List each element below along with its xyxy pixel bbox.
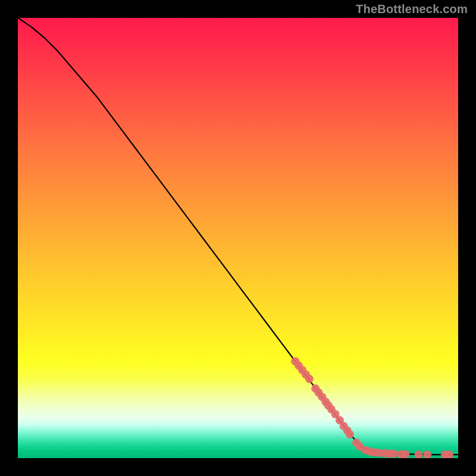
highlight-point [346,430,354,439]
watermark-label: TheBottleneck.com [356,2,468,16]
highlight-point [401,450,409,458]
highlighted-points-group [291,357,453,458]
highlight-point [423,450,431,458]
bottleneck-curve-line [18,18,458,455]
chart-frame: TheBottleneck.com [0,0,476,476]
highlight-point [389,450,397,458]
highlight-point [414,450,422,458]
highlight-point [305,375,314,383]
chart-overlay [18,18,458,458]
